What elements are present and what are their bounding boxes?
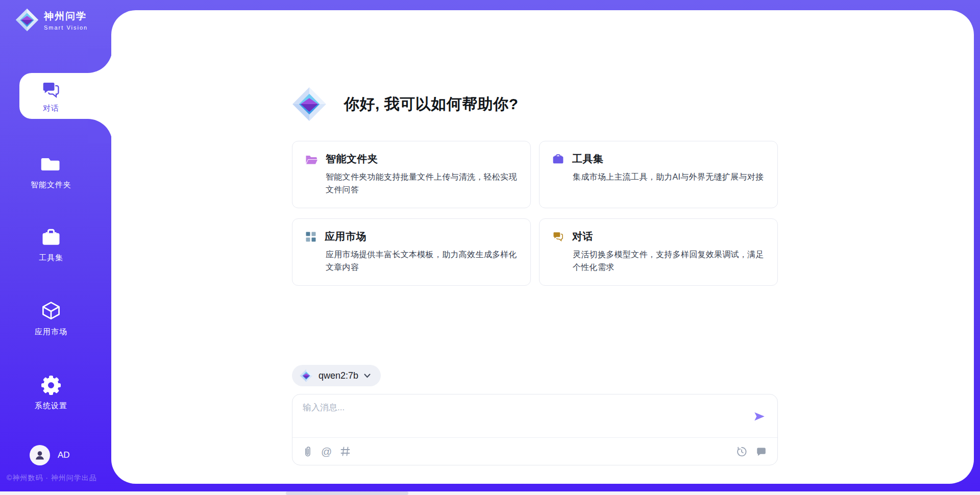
chat-duo-icon <box>40 79 62 101</box>
mention-icon[interactable]: @ <box>321 446 332 457</box>
tab-curve-top <box>88 48 112 73</box>
sidebar-item-smart-folder[interactable]: 智能文件夹 <box>0 153 102 190</box>
chevron-down-icon <box>364 374 371 378</box>
chat-bubble-icon[interactable] <box>756 446 767 457</box>
brand-subtitle: Smart Vision <box>44 24 88 31</box>
send-icon[interactable] <box>753 410 766 423</box>
card-smart-folder[interactable]: 智能文件夹 智能文件夹功能支持批量文件上传与清洗，轻松实现文件问答 <box>292 141 531 208</box>
card-description: 集成市场上主流工具，助力AI与外界无缝扩展与对接 <box>573 170 765 183</box>
tab-curve-bottom <box>88 119 112 143</box>
cube-icon <box>40 300 62 323</box>
feature-cards: 智能文件夹 智能文件夹功能支持批量文件上传与清洗，轻松实现文件问答 工具集 <box>292 141 778 286</box>
sidebar-item-settings[interactable]: 系统设置 <box>0 374 102 411</box>
user-profile[interactable]: AD <box>30 445 70 465</box>
sidebar-footer: ©神州数码 · 神州问学出品 <box>7 474 97 483</box>
model-selector[interactable]: qwen2:7b <box>292 365 381 386</box>
folder-icon <box>40 153 62 176</box>
avatar-person-icon <box>34 449 46 461</box>
sidebar-item-app-market[interactable]: 应用市场 <box>0 300 102 337</box>
card-title: 应用市场 <box>325 230 366 243</box>
card-description: 应用市场提供丰富长文本模板，助力高效生成多样化文章内容 <box>326 248 518 274</box>
sidebar-item-chat[interactable]: 对话 <box>19 73 112 119</box>
sidebar-item-label: 系统设置 <box>35 401 67 411</box>
card-description: 灵活切换多模型文件，支持多样回复效果调试，满足个性化需求 <box>573 248 765 274</box>
hashtag-icon[interactable] <box>340 447 350 456</box>
brand-logo-diamond-icon <box>15 8 39 32</box>
sidebar-item-toolset[interactable]: 工具集 <box>0 226 102 263</box>
card-toolset[interactable]: 工具集 集成市场上主流工具，助力AI与外界无缝扩展与对接 <box>539 141 778 208</box>
chat-duo-icon <box>552 230 565 243</box>
sidebar: 神州问学 Smart Vision 对话 智能文件夹 工 <box>0 0 111 495</box>
briefcase-icon <box>40 226 62 249</box>
greeting-logo-diamond-icon <box>292 87 327 121</box>
greeting-text: 你好, 我可以如何帮助你? <box>344 94 519 115</box>
card-title: 工具集 <box>572 152 604 166</box>
sidebar-item-label: 应用市场 <box>35 327 67 337</box>
attachment-icon[interactable] <box>303 446 312 457</box>
greeting: 你好, 我可以如何帮助你? <box>292 87 519 121</box>
card-title: 对话 <box>572 230 593 243</box>
folder-open-icon <box>305 153 318 165</box>
history-icon[interactable] <box>736 446 747 457</box>
horizontal-scrollbar-thumb[interactable] <box>286 491 408 495</box>
briefcase-icon <box>552 153 565 165</box>
main-panel: 你好, 我可以如何帮助你? 智能文件夹 智能文件夹功能支持批量文件上传与清洗，轻… <box>111 10 974 484</box>
avatar <box>30 445 50 465</box>
card-chat[interactable]: 对话 灵活切换多模型文件，支持多样回复效果调试，满足个性化需求 <box>539 218 778 286</box>
sidebar-item-label: 工具集 <box>39 253 63 263</box>
brand-name: 神州问学 <box>44 10 88 23</box>
message-input[interactable] <box>303 402 742 433</box>
card-app-market[interactable]: 应用市场 应用市场提供丰富长文本模板，助力高效生成多样化文章内容 <box>292 218 531 286</box>
gear-icon <box>40 374 62 397</box>
model-name: qwen2:7b <box>318 370 358 381</box>
diamond-logo-icon <box>300 369 313 382</box>
user-name: AD <box>58 450 70 460</box>
sidebar-item-label: 智能文件夹 <box>31 180 71 190</box>
sidebar-item-label: 对话 <box>43 104 59 113</box>
card-description: 智能文件夹功能支持批量文件上传与清洗，轻松实现文件问答 <box>326 170 518 196</box>
page-background: { "brand": { "name": "神州问学", "subtitle":… <box>0 0 980 495</box>
grid-icon <box>305 231 317 243</box>
brand: 神州问学 Smart Vision <box>15 8 88 32</box>
card-title: 智能文件夹 <box>326 152 378 166</box>
horizontal-scrollbar[interactable] <box>0 491 980 495</box>
message-composer: @ <box>292 394 778 465</box>
